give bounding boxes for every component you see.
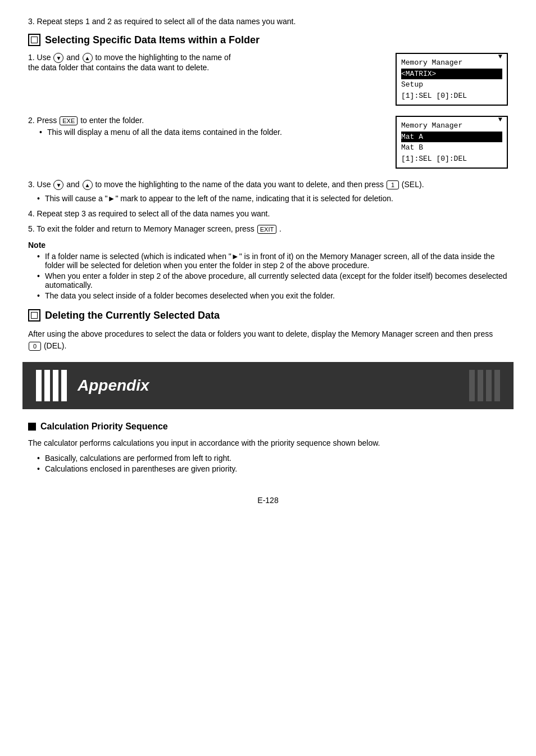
section2-text1: After using the above procedures to sele…: [28, 329, 493, 338]
section1-title: Selecting Specific Data Items within a F…: [45, 34, 260, 46]
step3-num: 3. Use: [28, 180, 53, 189]
stripe2: [44, 370, 50, 401]
step3-and: and: [66, 180, 81, 189]
step1-number: 1.: [28, 53, 35, 62]
stripe-dark2: [478, 370, 483, 401]
step1-and: and: [66, 53, 81, 62]
section2-text: After using the above procedures to sele…: [28, 328, 508, 352]
note-bullet2: When you enter a folder in step 2 of the…: [37, 271, 508, 289]
note-bullets: If a folder name is selected (which is i…: [37, 252, 508, 300]
step1-screen: ▼ Memory Manager <MATRIX> Setup [1]:SEL …: [384, 53, 508, 106]
calc-section-text: The calculator performs calculations you…: [28, 437, 508, 449]
step3-block: 3. Use ▼ and ▲ to move the highlighting …: [28, 179, 508, 205]
screen-display-2: ▼ Memory Manager Mat A Mat B [1]:SEL [0]…: [396, 116, 508, 169]
section1-icon: [28, 34, 40, 46]
step4-block: 4. Repeat step 3 as required to select a…: [28, 208, 508, 220]
calc-section-header: Calculation Priority Sequence: [28, 422, 508, 432]
step2-block: 2. Press EXE to enter the folder. This w…: [28, 116, 508, 169]
step2-screen: ▼ Memory Manager Mat A Mat B [1]:SEL [0]…: [384, 116, 508, 169]
step2-bullet1: This will display a menu of all the data…: [39, 128, 384, 137]
exit-key: EXIT: [257, 225, 276, 234]
step2-press: Press: [37, 116, 60, 125]
note-bullet1: If a folder name is selected (which is i…: [37, 252, 508, 270]
stripe-dark4: [494, 370, 500, 401]
step2-text: 2. Press EXE to enter the folder.: [28, 116, 384, 125]
section1-header: Selecting Specific Data Items within a F…: [28, 34, 508, 46]
step5-block: 5. To exit the folder and return to Memo…: [28, 223, 508, 235]
step3-sel: (SEL).: [402, 180, 424, 189]
del-key: 0: [29, 342, 41, 351]
screen2-arrow: ▼: [498, 116, 502, 124]
step2-bullets: This will display a menu of all the data…: [39, 128, 384, 137]
page-number: E-128: [257, 496, 278, 505]
black-square-icon: [28, 423, 36, 431]
section2-text2: (DEL).: [44, 341, 66, 350]
step3-bullets: This will cause a "►" mark to appear to …: [37, 193, 508, 205]
calc-bullet1: Basically, calculations are performed fr…: [37, 454, 508, 463]
down-key: ▼: [53, 53, 63, 63]
step1-block: 1. Use ▼ and ▲ to move the highlighting …: [28, 53, 508, 106]
appendix-label: Appendix: [78, 377, 149, 395]
calc-section-title: Calculation Priority Sequence: [40, 422, 168, 432]
screen-display-1: ▼ Memory Manager <MATRIX> Setup [1]:SEL …: [396, 53, 508, 106]
stripes-left: [36, 370, 70, 401]
calc-bullet2: Calculations enclosed in parentheses are…: [37, 464, 508, 473]
step1-use: Use: [37, 53, 53, 62]
stripes-right: [466, 370, 500, 401]
calc-bullets: Basically, calculations are performed fr…: [37, 454, 508, 473]
screen2-line3: Mat B: [401, 142, 502, 153]
screen1-line3: Setup: [401, 79, 502, 90]
intro-step3: 3. Repeat steps 1 and 2 as required to s…: [28, 17, 508, 26]
step1-text: 1. Use ▼ and ▲ to move the highlighting …: [28, 53, 384, 72]
screen1-line2: <MATRIX>: [401, 69, 502, 80]
stripe1: [36, 370, 42, 401]
step3-bullet1: This will cause a "►" mark to appear to …: [37, 193, 508, 205]
screen1-line4: [1]:SEL [0]:DEL: [401, 90, 502, 102]
up-key: ▲: [83, 53, 93, 63]
screen2-line1: Memory Manager: [401, 120, 502, 132]
section2-title: Deleting the Currently Selected Data: [45, 310, 220, 322]
stripe3: [53, 370, 58, 401]
section2-icon: [28, 309, 40, 322]
stripe-dark1: [469, 370, 475, 401]
step3-down-key: ▼: [53, 180, 63, 190]
note-title: Note: [28, 241, 508, 250]
key1-sym: 1: [387, 180, 399, 189]
screen1-line1: Memory Manager: [401, 57, 502, 69]
stripe-dark3: [486, 370, 492, 401]
footer-page: E-128: [28, 496, 508, 505]
section2-header: Deleting the Currently Selected Data: [28, 309, 508, 322]
step3-up-key: ▲: [83, 180, 93, 190]
step5-pre: 5. To exit the folder and return to Memo…: [28, 224, 255, 233]
note-section: Note If a folder name is selected (which…: [28, 241, 508, 300]
step4-text: 4. Repeat step 3 as required to select a…: [28, 209, 270, 218]
screen1-arrow: ▼: [498, 53, 502, 61]
step2-rest: to enter the folder.: [80, 116, 144, 125]
step2-left: 2. Press EXE to enter the folder. This w…: [28, 116, 384, 138]
appendix-banner: Appendix: [22, 362, 514, 409]
step3-rest: to move the highlighting to the name of …: [95, 180, 386, 189]
exe-key: EXE: [60, 116, 78, 125]
note-bullet3: The data you select inside of a folder b…: [37, 291, 508, 300]
screen2-line4: [1]:SEL [0]:DEL: [401, 153, 502, 165]
step5-post: .: [279, 224, 281, 233]
screen2-line2: Mat A: [401, 132, 502, 143]
stripe4: [61, 370, 67, 401]
step2-number: 2.: [28, 116, 35, 125]
step1-left: 1. Use ▼ and ▲ to move the highlighting …: [28, 53, 384, 74]
